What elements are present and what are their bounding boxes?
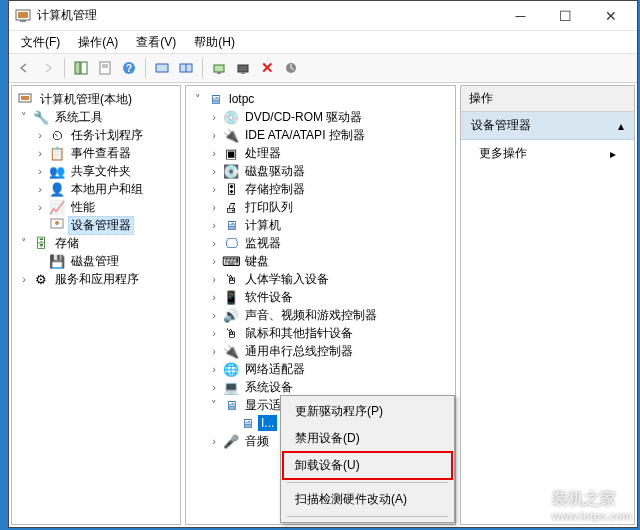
expand-icon[interactable]: › xyxy=(34,165,46,177)
disk-drive-icon: 💽 xyxy=(223,163,239,179)
device-label: 监视器 xyxy=(242,234,284,253)
svg-rect-14 xyxy=(217,72,221,74)
collapse-icon[interactable]: ˅ xyxy=(18,237,30,249)
tree-performance[interactable]: › 📈 性能 xyxy=(14,198,178,216)
expand-icon[interactable]: › xyxy=(208,309,220,321)
expand-icon[interactable]: › xyxy=(208,165,220,177)
properties-button[interactable] xyxy=(94,57,116,79)
ide-icon: 🔌 xyxy=(223,127,239,143)
expand-icon[interactable]: › xyxy=(208,255,220,267)
close-button[interactable]: ✕ xyxy=(588,2,633,30)
device-network[interactable]: ›🌐网络适配器 xyxy=(188,360,453,378)
tree-device-manager[interactable]: 设备管理器 xyxy=(14,216,178,234)
shared-folder-icon: 👥 xyxy=(49,163,65,179)
tree-label: 计算机管理(本地) xyxy=(37,90,135,109)
hid-icon: 🖱 xyxy=(223,271,239,287)
tree-local-users[interactable]: › 👤 本地用户和组 xyxy=(14,180,178,198)
maximize-button[interactable]: ☐ xyxy=(543,2,588,30)
tree-shared-folders[interactable]: › 👥 共享文件夹 xyxy=(14,162,178,180)
device-root[interactable]: ˅ 🖥 lotpc xyxy=(188,90,453,108)
ctx-uninstall-device[interactable]: 卸载设备(U) xyxy=(283,452,452,479)
expand-icon[interactable]: › xyxy=(208,219,220,231)
ctx-update-driver[interactable]: 更新驱动程序(P) xyxy=(283,398,452,425)
tree-label: 性能 xyxy=(68,198,98,217)
device-hid[interactable]: ›🖱人体学输入设备 xyxy=(188,270,453,288)
actions-more[interactable]: 更多操作 ▸ xyxy=(461,140,634,167)
tree-event-viewer[interactable]: › 📋 事件查看器 xyxy=(14,144,178,162)
update-driver-button[interactable] xyxy=(208,57,230,79)
actions-selected[interactable]: 设备管理器 ▴ xyxy=(461,112,634,140)
ctx-scan-hardware[interactable]: 扫描检测硬件改动(A) xyxy=(283,486,452,513)
show-hide-tree-button[interactable] xyxy=(70,57,92,79)
console-tree-pane: 计算机管理(本地) ˅ 🔧 系统工具 › ⏲ 任务计划程序 › 📋 事件查看器 xyxy=(11,85,181,525)
expand-icon[interactable]: › xyxy=(34,201,46,213)
uninstall-button[interactable]: ✕ xyxy=(256,57,278,79)
expand-icon[interactable]: › xyxy=(208,435,220,447)
view-devices-button[interactable] xyxy=(151,57,173,79)
ctx-disable-device[interactable]: 禁用设备(D) xyxy=(283,425,452,452)
tree-label: 共享文件夹 xyxy=(68,162,134,181)
menu-action[interactable]: 操作(A) xyxy=(70,32,126,53)
expand-icon[interactable]: › xyxy=(34,183,46,195)
expand-icon[interactable]: › xyxy=(208,381,220,393)
menubar: 文件(F) 操作(A) 查看(V) 帮助(H) xyxy=(9,31,637,53)
expand-icon[interactable]: › xyxy=(208,183,220,195)
expand-icon[interactable]: › xyxy=(208,201,220,213)
expand-icon[interactable]: › xyxy=(18,273,30,285)
device-monitor[interactable]: ›🖵监视器 xyxy=(188,234,453,252)
device-mouse[interactable]: ›🖱鼠标和其他指针设备 xyxy=(188,324,453,342)
device-cpu[interactable]: ›▣处理器 xyxy=(188,144,453,162)
view-resources-button[interactable] xyxy=(175,57,197,79)
watermark-text: 装机之家 www.lotpc.com xyxy=(552,489,632,522)
device-system-dev[interactable]: ›💻系统设备 xyxy=(188,378,453,396)
mouse-icon: 🖱 xyxy=(223,325,239,341)
svg-rect-19 xyxy=(21,96,29,100)
back-button[interactable] xyxy=(13,57,35,79)
expand-icon[interactable]: › xyxy=(208,237,220,249)
expand-icon[interactable]: › xyxy=(208,345,220,357)
collapse-arrow-icon: ▴ xyxy=(618,119,624,133)
minimize-button[interactable]: ─ xyxy=(498,2,543,30)
device-storage-ctrl[interactable]: ›🎛存储控制器 xyxy=(188,180,453,198)
tree-services-apps[interactable]: › ⚙ 服务和应用程序 xyxy=(14,270,178,288)
device-software[interactable]: ›📱软件设备 xyxy=(188,288,453,306)
forward-button[interactable] xyxy=(37,57,59,79)
device-label: 人体学输入设备 xyxy=(242,270,332,289)
expand-icon[interactable]: › xyxy=(208,327,220,339)
device-print-queue[interactable]: ›🖨打印队列 xyxy=(188,198,453,216)
tree-root[interactable]: 计算机管理(本地) xyxy=(14,90,178,108)
tree-task-scheduler[interactable]: › ⏲ 任务计划程序 xyxy=(14,126,178,144)
device-ide[interactable]: ›🔌IDE ATA/ATAPI 控制器 xyxy=(188,126,453,144)
help-button[interactable]: ? xyxy=(118,57,140,79)
collapse-icon[interactable]: ˅ xyxy=(18,111,30,123)
device-sound[interactable]: ›🔊声音、视频和游戏控制器 xyxy=(188,306,453,324)
expand-icon[interactable]: › xyxy=(208,129,220,141)
svg-rect-4 xyxy=(81,62,87,74)
collapse-icon[interactable]: ˅ xyxy=(192,93,204,105)
device-keyboard[interactable]: ›⌨键盘 xyxy=(188,252,453,270)
device-disk-drives[interactable]: ›💽磁盘驱动器 xyxy=(188,162,453,180)
menu-view[interactable]: 查看(V) xyxy=(128,32,184,53)
display-icon: 🖥 xyxy=(223,397,239,413)
expand-icon[interactable]: › xyxy=(208,273,220,285)
expand-icon[interactable]: › xyxy=(208,147,220,159)
tree-system-tools[interactable]: ˅ 🔧 系统工具 xyxy=(14,108,178,126)
tree-storage[interactable]: ˅ 🗄 存储 xyxy=(14,234,178,252)
tree-disk-mgmt[interactable]: 💾 磁盘管理 xyxy=(14,252,178,270)
expand-icon[interactable]: › xyxy=(34,147,46,159)
tree-label: 设备管理器 xyxy=(68,216,134,235)
device-computer[interactable]: ›🖥计算机 xyxy=(188,216,453,234)
expand-icon[interactable]: › xyxy=(208,291,220,303)
expand-icon[interactable]: › xyxy=(34,129,46,141)
toolbar: ? ✕ xyxy=(9,53,637,83)
menu-help[interactable]: 帮助(H) xyxy=(186,32,243,53)
collapse-icon[interactable]: ˅ xyxy=(208,399,220,411)
spacer xyxy=(224,417,236,429)
device-usb[interactable]: ›🔌通用串行总线控制器 xyxy=(188,342,453,360)
expand-icon[interactable]: › xyxy=(208,363,220,375)
menu-file[interactable]: 文件(F) xyxy=(13,32,68,53)
device-dvd[interactable]: ›💿DVD/CD-ROM 驱动器 xyxy=(188,108,453,126)
expand-icon[interactable]: › xyxy=(208,111,220,123)
enable-button[interactable] xyxy=(280,57,302,79)
scan-hardware-button[interactable] xyxy=(232,57,254,79)
